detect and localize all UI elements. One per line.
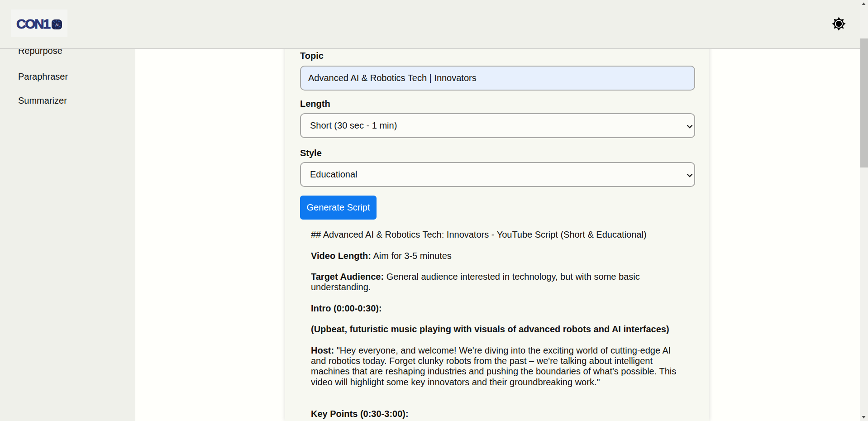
svg-text:AI: AI <box>55 23 58 26</box>
